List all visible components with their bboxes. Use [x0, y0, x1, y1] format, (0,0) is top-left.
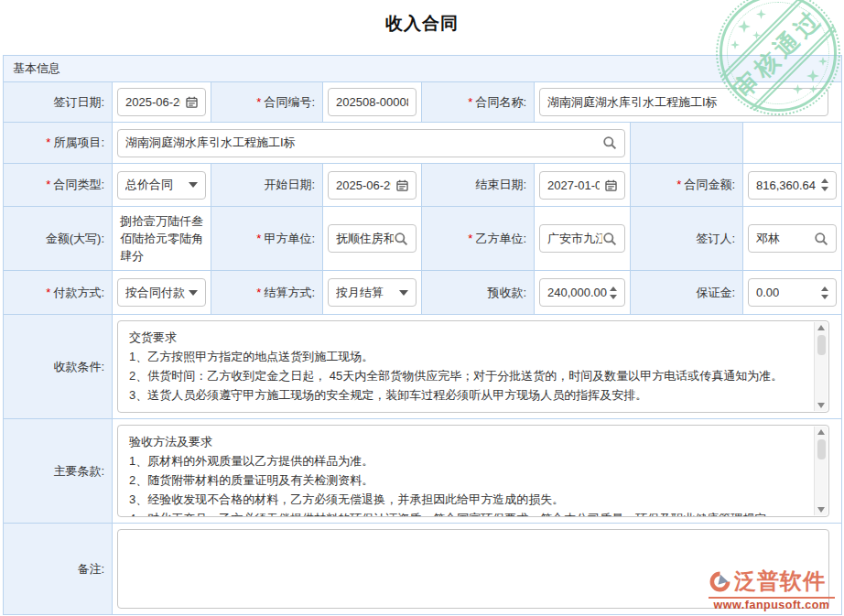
advance-payment-label: 预收款:: [422, 271, 535, 315]
number-stepper-arrows[interactable]: [821, 286, 828, 299]
main-terms-label: 主要条款:: [4, 419, 113, 524]
star-icon: [730, 40, 740, 49]
scrollbar-thumb[interactable]: [817, 439, 826, 459]
empty-value-cell: [743, 123, 842, 164]
payment-method-select[interactable]: 按合同付款: [117, 278, 206, 307]
magnifier-icon[interactable]: [814, 232, 828, 246]
project-input[interactable]: 湖南洞庭湖水库引水工程施工I标: [117, 129, 625, 157]
project-label: *所属项目:: [4, 123, 113, 164]
amount-words-value: 捌拾壹万陆仟叁佰陆拾元零陆角肆分: [113, 207, 211, 270]
magnifier-icon[interactable]: [394, 232, 408, 246]
signer-input[interactable]: 邓林: [748, 224, 837, 253]
scrollbar[interactable]: [814, 427, 828, 515]
contract-no-label: *合同编号:: [211, 82, 323, 123]
start-date-label: 开始日期:: [211, 164, 323, 207]
vendor-website: www.fanpusoft.com: [709, 597, 835, 611]
contract-amount-stepper[interactable]: 816,360.64: [748, 171, 837, 200]
payment-method-label: *付款方式:: [4, 271, 113, 315]
page-title: 收入合同: [0, 12, 844, 36]
calendar-icon[interactable]: [186, 96, 198, 108]
scroll-down-icon[interactable]: [817, 507, 825, 513]
contract-type-label: *合同类型:: [4, 164, 113, 207]
magnifier-icon[interactable]: [602, 232, 617, 246]
vendor-logo-text: 泛普软件: [734, 567, 826, 596]
amount-words-label: 金额(大写):: [4, 207, 113, 271]
receipt-terms-label: 收款条件:: [4, 315, 113, 419]
chevron-down-icon[interactable]: [189, 182, 198, 188]
scroll-down-icon[interactable]: [817, 403, 825, 408]
scrollbar-thumb[interactable]: [817, 335, 826, 355]
party-b-input[interactable]: 广安市九江建: [539, 224, 625, 253]
settlement-method-label: *结算方式:: [211, 271, 323, 315]
scroll-up-icon[interactable]: [817, 429, 825, 435]
start-date-input[interactable]: 2025-06-29: [328, 171, 417, 200]
contract-no-input[interactable]: 202508-00008: [328, 88, 417, 116]
contract-name-input[interactable]: 湖南洞庭湖水库引水工程施工I标: [539, 88, 828, 116]
sign-date-label: 签订日期:: [4, 82, 113, 123]
party-a-label: *甲方单位:: [211, 207, 323, 271]
income-contract-page: 收入合同 基本信息 签订日期: 2025-06-20 *合同编号: 202508…: [0, 0, 844, 616]
contract-name-label: *合同名称:: [422, 82, 535, 123]
end-date-input[interactable]: 2027-01-01: [539, 171, 625, 200]
scrollbar[interactable]: [814, 322, 828, 411]
advance-payment-stepper[interactable]: 240,000.00: [539, 278, 625, 307]
party-a-input[interactable]: 抚顺住房和城: [328, 224, 417, 253]
settlement-method-select[interactable]: 按月结算: [328, 278, 417, 307]
deposit-stepper[interactable]: 0.00: [748, 278, 837, 307]
chevron-down-icon[interactable]: [189, 290, 198, 296]
empty-label-cell: [631, 123, 743, 164]
fanpu-logo-icon: [709, 570, 731, 593]
number-stepper-arrows[interactable]: [821, 178, 828, 191]
sign-date-input[interactable]: 2025-06-20: [117, 88, 206, 116]
contract-amount-label: *合同金额:: [631, 164, 743, 207]
deposit-label: 保证金:: [631, 271, 743, 315]
chevron-down-icon[interactable]: [399, 290, 408, 296]
end-date-label: 结束日期:: [422, 164, 535, 207]
calendar-icon[interactable]: [396, 179, 408, 191]
calendar-icon[interactable]: [605, 179, 617, 191]
magnifier-icon[interactable]: [602, 135, 617, 150]
main-terms-textarea[interactable]: 验收方法及要求 1、原材料的外观质量以乙方提供的样品为准。 2、随货附带材料的质…: [117, 425, 829, 517]
number-stepper-arrows[interactable]: [610, 286, 617, 299]
vendor-logo: 泛普软件 www.fanpusoft.com: [709, 567, 835, 611]
section-header-basic-info: 基本信息: [4, 56, 842, 82]
scroll-up-icon[interactable]: [817, 325, 825, 330]
receipt-terms-textarea[interactable]: 交货要求 1、乙方按照甲方指定的地点送货到施工现场。 2、供货时间：乙方收到定金…: [117, 320, 829, 413]
basic-info-table: 基本信息 签订日期: 2025-06-20 *合同编号: 202508-0000…: [3, 55, 842, 615]
contract-type-select[interactable]: 总价合同: [117, 171, 206, 200]
signer-label: 签订人:: [631, 207, 743, 271]
remarks-label: 备注:: [4, 524, 113, 615]
party-b-label: *乙方单位:: [422, 207, 535, 271]
